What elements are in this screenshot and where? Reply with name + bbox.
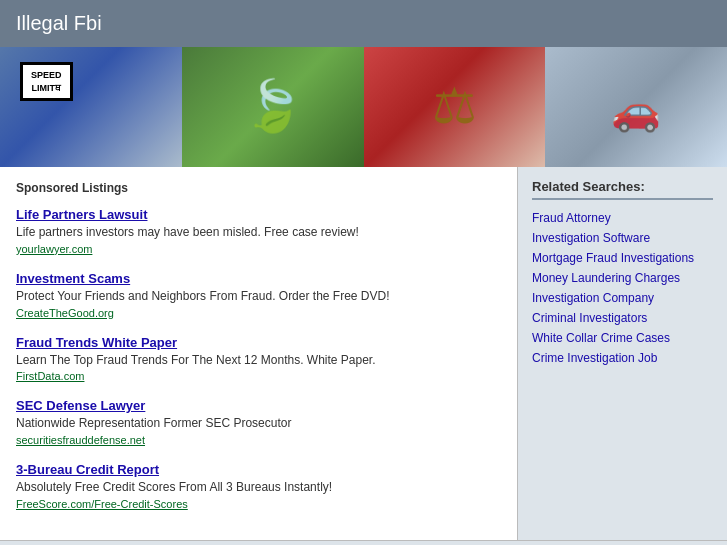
ad-desc-0: Life partners investors may have been mi…: [16, 224, 501, 241]
hero-image-2: [182, 47, 364, 167]
ad-desc-4: Absolutely Free Credit Scores From All 3…: [16, 479, 501, 496]
ad-title-0[interactable]: Life Partners Lawsuit: [16, 207, 501, 222]
sidebar-link-3[interactable]: Money Laundering Charges: [532, 268, 713, 288]
page-title: Illegal Fbi: [16, 12, 711, 35]
related-searches-title: Related Searches:: [532, 179, 713, 200]
content-wrapper: Sponsored Listings Life Partners Lawsuit…: [0, 167, 727, 540]
ad-item: Life Partners LawsuitLife partners inves…: [16, 207, 501, 255]
ad-desc-2: Learn The Top Fraud Trends For The Next …: [16, 352, 501, 369]
ad-url-1[interactable]: CreateTheGood.org: [16, 307, 501, 319]
ad-title-3[interactable]: SEC Defense Lawyer: [16, 398, 501, 413]
sidebar-link-7[interactable]: Crime Investigation Job: [532, 348, 713, 368]
hero-image-4: [545, 47, 727, 167]
ad-title-2[interactable]: Fraud Trends White Paper: [16, 335, 501, 350]
ad-item: Fraud Trends White PaperLearn The Top Fr…: [16, 335, 501, 383]
ad-item: SEC Defense LawyerNationwide Representat…: [16, 398, 501, 446]
sidebar: Related Searches: Fraud AttorneyInvestig…: [517, 167, 727, 540]
ad-desc-1: Protect Your Friends and Neighbors From …: [16, 288, 501, 305]
ad-url-2[interactable]: FirstData.com: [16, 370, 501, 382]
ad-url-3[interactable]: securitiesfrauddefense.net: [16, 434, 501, 446]
ad-url-0[interactable]: yourlawyer.com: [16, 243, 501, 255]
hero-banner: [0, 47, 727, 167]
sidebar-link-2[interactable]: Mortgage Fraud Investigations: [532, 248, 713, 268]
sidebar-link-1[interactable]: Investigation Software: [532, 228, 713, 248]
ad-item: 3-Bureau Credit ReportAbsolutely Free Cr…: [16, 462, 501, 510]
sidebar-link-5[interactable]: Criminal Investigators: [532, 308, 713, 328]
sidebar-link-4[interactable]: Investigation Company: [532, 288, 713, 308]
sidebar-links: Fraud AttorneyInvestigation SoftwareMort…: [532, 208, 713, 368]
ad-desc-3: Nationwide Representation Former SEC Pro…: [16, 415, 501, 432]
sponsored-label: Sponsored Listings: [16, 181, 501, 195]
footer: Search: Search: [0, 540, 727, 545]
sidebar-link-6[interactable]: White Collar Crime Cases: [532, 328, 713, 348]
ad-item: Investment ScamsProtect Your Friends and…: [16, 271, 501, 319]
ad-url-4[interactable]: FreeScore.com/Free-Credit-Scores: [16, 498, 501, 510]
hero-image-3: [364, 47, 546, 167]
main-content: Sponsored Listings Life Partners Lawsuit…: [0, 167, 517, 540]
ad-title-1[interactable]: Investment Scams: [16, 271, 501, 286]
sidebar-link-0[interactable]: Fraud Attorney: [532, 208, 713, 228]
hero-image-1: [0, 47, 182, 167]
ads-container: Life Partners LawsuitLife partners inves…: [16, 207, 501, 510]
ad-title-4[interactable]: 3-Bureau Credit Report: [16, 462, 501, 477]
page-header: Illegal Fbi: [0, 0, 727, 47]
